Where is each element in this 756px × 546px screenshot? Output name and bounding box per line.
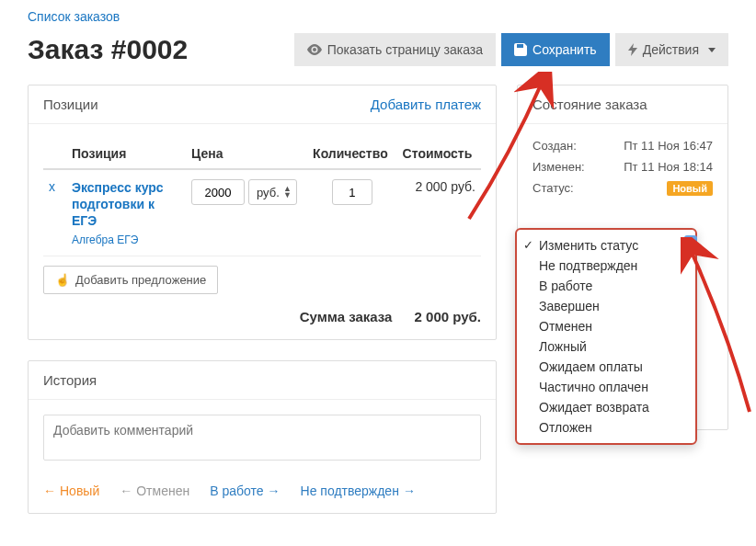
select-arrows-icon: ▲▼: [283, 186, 292, 199]
hand-pointer-icon: ☝: [55, 273, 70, 287]
show-page-label: Показать страницу заказа: [327, 42, 483, 57]
status-option[interactable]: Отменен: [517, 316, 695, 336]
positions-table: Позиция Цена Количество Стоимость x Эксп…: [43, 139, 481, 256]
comment-input[interactable]: [43, 415, 481, 461]
history-panel: История Новый Отменен В работе Не подтве…: [28, 360, 497, 514]
col-name: Позиция: [66, 139, 186, 169]
status-option[interactable]: Ожидает возврата: [517, 397, 695, 417]
currency-select[interactable]: руб. ▲▼: [248, 179, 297, 205]
status-option[interactable]: В работе: [517, 276, 695, 296]
item-category-link[interactable]: Алгебра ЕГЭ: [72, 233, 180, 246]
changed-value: Пт 11 Ноя 18:14: [624, 160, 713, 174]
toolbar: Показать страницу заказа Сохранить Дейст…: [294, 33, 728, 66]
breadcrumb-link[interactable]: Список заказов: [28, 9, 120, 24]
price-input[interactable]: [191, 179, 245, 205]
eye-icon: [307, 43, 322, 56]
status-option[interactable]: Изменить статус: [517, 235, 695, 256]
page-title: Заказ #0002: [28, 34, 188, 65]
status-option[interactable]: Частично оплачен: [517, 377, 695, 397]
item-name-link[interactable]: Экспресс курс подготовки к ЕГЭ: [72, 179, 180, 230]
actions-button[interactable]: Действия: [615, 33, 728, 66]
svg-point-0: [313, 48, 316, 51]
remove-item-button[interactable]: x: [49, 179, 61, 194]
status-option[interactable]: Ложный: [517, 336, 695, 357]
col-price: Цена: [186, 139, 307, 169]
positions-panel: Позиции Добавить платеж Позиция Цена Кол…: [28, 85, 497, 340]
status-option[interactable]: Ожидаем оплаты: [517, 357, 695, 377]
chevron-down-icon: [708, 48, 716, 52]
status-panel-title: Состояние заказа: [533, 97, 647, 112]
add-offer-label: Добавить предложение: [75, 273, 206, 287]
changed-label: Изменен:: [533, 160, 585, 174]
add-payment-link[interactable]: Добавить платеж: [371, 97, 481, 112]
order-sum-value: 2 000 руб.: [415, 309, 481, 324]
status-badge: Новый: [667, 181, 713, 196]
created-value: Пт 11 Ноя 16:47: [624, 139, 713, 153]
row-cost: 2 000 руб.: [397, 169, 481, 256]
qty-input[interactable]: [332, 179, 372, 205]
history-title: История: [43, 372, 97, 388]
arrow-left-icon: [120, 483, 132, 498]
positions-title: Позиции: [43, 97, 98, 112]
created-label: Создан:: [533, 139, 577, 153]
status-link-new[interactable]: Новый: [43, 483, 99, 498]
status-option[interactable]: Отложен: [517, 417, 695, 438]
save-button[interactable]: Сохранить: [501, 33, 610, 66]
save-label: Сохранить: [533, 42, 597, 57]
save-icon: [514, 43, 527, 56]
table-row: x Экспресс курс подготовки к ЕГЭ Алгебра…: [43, 169, 481, 256]
order-sum-label: Сумма заказа: [300, 309, 393, 324]
status-link-cancelled[interactable]: Отменен: [120, 483, 189, 498]
status-link-in-work[interactable]: В работе: [210, 483, 280, 498]
currency-value: руб.: [257, 186, 280, 199]
status-option[interactable]: Завершен: [517, 296, 695, 316]
status-label: Статус:: [533, 181, 574, 196]
col-qty: Количество: [307, 139, 397, 169]
actions-label: Действия: [643, 42, 699, 57]
status-link-not-confirmed[interactable]: Не подтвержден: [301, 483, 416, 498]
arrow-left-icon: [43, 483, 56, 498]
lightning-icon: [628, 43, 637, 56]
col-cost: Стоимость: [397, 139, 481, 169]
status-dropdown[interactable]: Изменить статусНе подтвержденВ работеЗав…: [515, 228, 697, 445]
add-offer-button[interactable]: ☝ Добавить предложение: [43, 266, 218, 294]
show-order-page-button[interactable]: Показать страницу заказа: [294, 33, 496, 66]
status-option[interactable]: Не подтвержден: [517, 256, 695, 276]
